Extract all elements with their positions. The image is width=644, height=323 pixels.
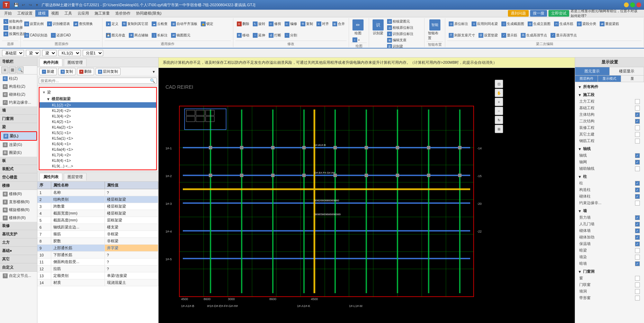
axis-grid-check[interactable]: ✓ — [635, 160, 640, 165]
prop-value-10[interactable]: ? — [105, 252, 159, 258]
menu-settings[interactable]: 工程设置 — [15, 10, 35, 17]
restore-cad-btn[interactable]: ←还原CAD — [50, 30, 72, 41]
set-mix-btn[interactable]: 设设置垫梁 — [477, 30, 499, 41]
nav-stair[interactable]: 楼 楼梯(R) — [0, 190, 37, 198]
subtab-layer[interactable]: 图层构件 — [575, 76, 598, 82]
maximize-btn[interactable] — [630, 2, 635, 7]
check-origin-btn[interactable]: ◎校核原位标注 — [386, 25, 415, 30]
nav-masonry-column[interactable]: 砌 砌体柱(Z) — [0, 90, 37, 98]
nav-slab-header[interactable]: 板 — [0, 157, 37, 165]
window-check[interactable] — [635, 276, 640, 281]
prop-value-5[interactable]: 层框架梁 — [105, 217, 159, 224]
show-highstrength-btn[interactable]: ✓显示高强节点 — [549, 30, 578, 41]
mirror-btn[interactable]: ⇌镜图图元 — [170, 30, 192, 41]
minimize-btn[interactable] — [624, 2, 629, 7]
sub-layer-select[interactable]: 分层1 — [83, 50, 103, 56]
nav-search-btn[interactable]: 🔍 — [17, 67, 24, 73]
strip-window-check[interactable] — [635, 296, 640, 300]
axis-line-check[interactable]: ✓ — [635, 153, 640, 158]
shear-wall-check[interactable]: ✓ — [635, 215, 640, 220]
nav-column[interactable]: 柱 柱(Z) — [0, 75, 37, 82]
manhole-wall-check[interactable]: ✓ — [635, 222, 640, 227]
reposition-btn[interactable]: ⇄重提梁筋 — [598, 19, 620, 29]
nav-straight-stair[interactable]: 直 直形楼梯(R) — [0, 198, 37, 206]
disk-btn[interactable]: 💾图元存盘 — [105, 30, 127, 41]
show-tendon-btn[interactable]: ✓显示筋 — [500, 30, 519, 41]
aux-axis-check[interactable] — [635, 166, 640, 171]
struct-col-check[interactable]: ✓ — [635, 187, 640, 192]
wall-beam-check[interactable] — [635, 255, 640, 260]
nav-wall-header[interactable]: 墙 — [0, 106, 37, 115]
menu-collab[interactable]: 协同建模(限免) — [133, 10, 164, 17]
delete-btn[interactable]: ✕删除 — [235, 19, 251, 29]
decoration-check[interactable] — [635, 125, 640, 130]
bim-canvas[interactable]: CAD REIREI — [159, 78, 575, 323]
construction-header[interactable]: ▼施工段 — [576, 91, 643, 98]
cloud-check-btn[interactable]: ☁云检查 — [150, 19, 169, 29]
subtab-display-mode[interactable]: 显示模式 — [598, 76, 621, 82]
tab-element-display[interactable]: 图元显示 — [575, 67, 610, 75]
menu-view[interactable]: 视图 — [48, 10, 62, 17]
support-size-btn[interactable]: 尺则新支座尺寸 — [447, 30, 476, 41]
multipoint-btn[interactable]: ⊕两点辅轴 — [127, 30, 150, 41]
plus-btn[interactable]: ++ — [351, 37, 361, 43]
copy-layer-btn[interactable]: ⧉复制到其它层 — [120, 19, 150, 29]
wall-section-header[interactable]: ▼墙 — [576, 208, 643, 214]
main-structure-check[interactable]: ✓ — [635, 112, 640, 117]
tree-item-kl7[interactable]: KL7(4) <2> — [39, 152, 156, 158]
nav-custom-node[interactable]: 节 自定义节点... — [0, 272, 37, 280]
rotate-view-btn[interactable]: ↻ — [495, 116, 503, 124]
component-subtype-select[interactable]: 梁 — [42, 50, 56, 56]
all-components-header[interactable]: ▼所有构件 — [576, 84, 643, 90]
tree-item-kl5[interactable]: KL5(1) <1> — [39, 130, 156, 136]
close-btn[interactable] — [636, 2, 641, 7]
nav-beam[interactable]: 梁 梁(L) — [0, 131, 37, 141]
floor-select[interactable]: 基础层 1层 2层 — [2, 50, 24, 56]
nav-stair-well[interactable]: 井 楼梯井(R) — [0, 214, 37, 222]
define-btn[interactable]: ★定义 — [105, 19, 120, 29]
tree-frame-beams[interactable]: ▼ 楼层框架梁 — [39, 96, 156, 102]
menu-tools[interactable]: 工具 — [62, 10, 75, 17]
nav-decor-header[interactable]: 装修 — [0, 222, 37, 230]
print-btn[interactable]: 🖨打断 — [267, 30, 283, 41]
nav-base-header[interactable]: 基础● — [0, 247, 37, 255]
goto-problem-btn[interactable]: 遇到问题 — [508, 10, 529, 17]
tab-floor-display[interactable]: 楼层显示 — [610, 67, 644, 75]
redo-btn[interactable]: ↪ — [27, 2, 33, 8]
move-btn[interactable]: ⊕移动 — [235, 30, 251, 41]
set-scale-btn[interactable]: ⊡设置比例 — [23, 19, 45, 29]
smart-layout-btn[interactable]: 智能 智能布置 — [427, 19, 443, 41]
prop-value-6[interactable]: 楼支梁 — [105, 224, 159, 230]
search-input[interactable] — [41, 79, 150, 83]
axis-header[interactable]: ▼轴线 — [576, 146, 643, 152]
masonry-col-check[interactable]: ✓ — [635, 194, 640, 199]
nav-foundation-header[interactable]: 基坑支护 — [0, 230, 37, 238]
earthwork-check[interactable] — [635, 99, 640, 104]
new-component-btn[interactable]: + 新建 — [39, 68, 57, 75]
search-btn[interactable]: 搜一搜 — [530, 10, 547, 17]
delete-component-btn[interactable]: ✕ 删除 — [77, 68, 94, 75]
rotate-btn[interactable]: ↻旋转 — [251, 19, 267, 29]
menu-build[interactable]: 建模 — [35, 10, 48, 17]
nav-hollow-header[interactable]: 空心楼盖 — [0, 173, 37, 182]
thermal-wall-check[interactable]: ✓ — [635, 242, 640, 246]
auto-floor-btn[interactable]: ⊞自动平齐顶板 — [170, 19, 199, 29]
apply-anno-btn[interactable]: ≡应用到同名梁 — [470, 19, 499, 29]
draw-big-btn[interactable]: ✏ 绘图 — [351, 19, 365, 36]
lock-btn[interactable]: 🔒锁定 — [199, 19, 215, 29]
component-type-select[interactable]: 梁 柱 — [26, 50, 40, 56]
zoom-fit-btn[interactable]: ⊡ — [495, 80, 503, 88]
nav-list-view-btn[interactable]: ≡ — [1, 67, 8, 73]
col-check[interactable]: ✓ — [635, 181, 640, 186]
nav-earth-header[interactable]: 土方 — [0, 238, 37, 247]
door-window-header[interactable]: ▼门窗洞 — [576, 268, 643, 275]
masonry-stiff-check[interactable]: ✓ — [635, 235, 640, 240]
nav-stair-header[interactable]: 楼梯 — [0, 182, 37, 190]
nav-spiral-stair[interactable]: 螺 螺旋楼梯(R) — [0, 206, 37, 214]
extend-btn[interactable]: ↔延伸 — [251, 30, 267, 41]
tab-layer-mgmt[interactable]: 图层管理 — [64, 173, 87, 181]
nav-other-header[interactable]: 其它 — [0, 255, 37, 263]
prop-value-13[interactable]: 单梁/连接梁 — [105, 272, 159, 279]
tree-item-kl4a[interactable]: KL4a(2) <1> — [39, 124, 156, 130]
section-btn[interactable]: □生成截面图 — [500, 19, 526, 29]
